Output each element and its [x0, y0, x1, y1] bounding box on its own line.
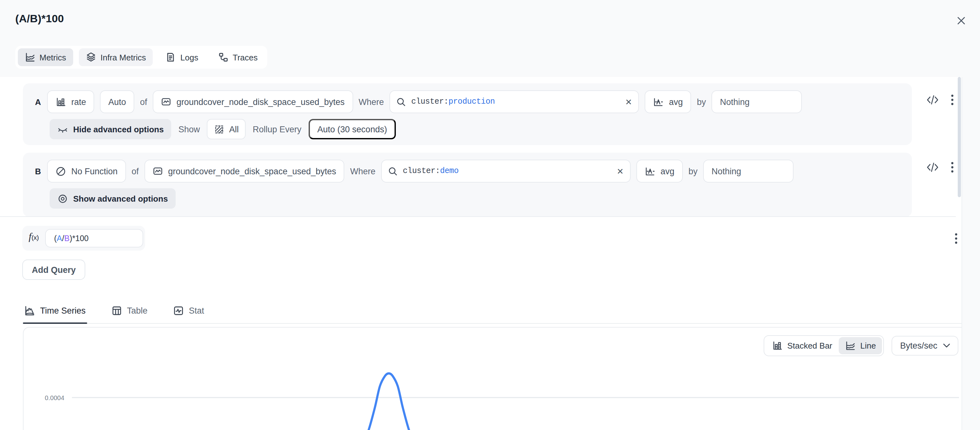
formula-slash: /	[62, 234, 64, 243]
tab-time-series[interactable]: Time Series	[23, 297, 87, 323]
kebab-menu-button[interactable]	[951, 94, 954, 106]
avg-aggregation-icon	[644, 166, 655, 176]
y-axis-tick-label: 0.0004	[45, 394, 64, 401]
unit-select[interactable]: Bytes/sec	[892, 336, 958, 355]
show-filter-value: All	[229, 124, 239, 134]
search-icon	[397, 97, 406, 106]
tab-label: Time Series	[40, 306, 86, 315]
source-tabs: Metrics Infra Metrics Logs Traces	[15, 46, 267, 69]
filter-expression: cluster:demo	[403, 167, 458, 176]
rollup-select[interactable]: Auto (30 seconds)	[308, 119, 396, 139]
stat-pulse-icon	[173, 305, 184, 316]
hatched-square-icon	[214, 124, 224, 135]
query-b-main-row: B No Function of groundcover_node_disk_s…	[23, 153, 912, 182]
clear-filter-button[interactable]: ✕	[625, 97, 632, 106]
query-a-advanced-row: Hide advanced options Show All Rollup Ev…	[23, 113, 912, 139]
filter-key: cluster:	[403, 167, 440, 176]
metric-select[interactable]: groundcover_node_disk_space_used_bytes	[153, 90, 353, 113]
tab-label: Stat	[189, 306, 204, 315]
mode-label: Stacked Bar	[787, 341, 832, 351]
tab-table[interactable]: Table	[110, 297, 149, 323]
group-by-input[interactable]: Nothing	[712, 90, 802, 113]
trace-flow-icon	[218, 52, 228, 62]
kebab-menu-button[interactable]	[951, 162, 954, 173]
query-a-actions	[926, 94, 954, 106]
filter-search-input[interactable]: cluster:demo ✕	[381, 160, 631, 182]
toggle-label: Hide advanced options	[73, 124, 164, 134]
metric-query-modal: (A/B)*100 Metrics Infra Metrics	[0, 0, 980, 430]
tab-logs[interactable]: Logs	[159, 48, 205, 66]
formula-input[interactable]: (A/B)*100	[45, 229, 143, 248]
group-by-input[interactable]: Nothing	[703, 160, 794, 182]
section-divider	[0, 216, 956, 217]
table-icon	[111, 305, 122, 316]
bar-chart-icon	[56, 96, 66, 107]
code-view-button[interactable]	[926, 162, 939, 173]
code-icon	[926, 94, 939, 106]
tab-label: Traces	[232, 52, 258, 62]
tab-traces[interactable]: Traces	[211, 48, 265, 66]
add-query-button[interactable]: Add Query	[22, 260, 85, 280]
query-letter: B	[35, 167, 41, 176]
time-series-chart-panel: 0.0004 Stacked Bar Line Byte	[23, 327, 967, 430]
query-a-main-row: A rate Auto of groundcover_node_disk_spa…	[23, 83, 912, 113]
tab-label: Metrics	[40, 52, 66, 62]
tab-label: Table	[127, 306, 148, 315]
tab-label: Infra Metrics	[100, 52, 146, 62]
close-button[interactable]	[953, 12, 969, 29]
filter-key: cluster:	[411, 97, 449, 106]
tab-stat[interactable]: Stat	[172, 297, 205, 323]
function-value: rate	[71, 97, 86, 106]
by-label: by	[697, 97, 706, 106]
close-icon	[957, 16, 965, 24]
unit-value: Bytes/sec	[900, 341, 937, 351]
kebab-icon	[951, 162, 954, 173]
show-label: Show	[178, 124, 200, 134]
query-b-actions	[926, 162, 954, 173]
show-filter-select[interactable]: All	[207, 119, 246, 139]
window-select[interactable]: Auto	[100, 90, 135, 113]
window-value: Auto	[108, 97, 126, 106]
filter-search-input[interactable]: cluster:production ✕	[390, 90, 639, 113]
avg-aggregation-icon	[653, 96, 664, 107]
line-chart-icon	[845, 340, 856, 351]
formula-kebab-menu-button[interactable]	[955, 233, 958, 244]
eye-closed-icon	[57, 124, 68, 135]
hide-advanced-options-button[interactable]: Hide advanced options	[49, 119, 172, 139]
where-label: Where	[359, 97, 384, 106]
query-card-b: B No Function of groundcover_node_disk_s…	[23, 153, 912, 217]
aggregation-select[interactable]: avg	[636, 160, 683, 182]
formula-tail: )*100	[70, 234, 89, 243]
tab-metrics[interactable]: Metrics	[18, 48, 73, 66]
tab-label: Logs	[180, 52, 198, 62]
aggregation-value: avg	[669, 97, 683, 106]
metric-sparkline-icon	[153, 166, 163, 176]
metric-sparkline-icon	[161, 97, 172, 107]
metric-select[interactable]: groundcover_node_disk_space_used_bytes	[145, 160, 344, 182]
line-mode-button[interactable]: Line	[839, 337, 882, 354]
filter-value: demo	[440, 167, 458, 176]
formula-paren-open: (	[54, 234, 57, 243]
function-select[interactable]: No Function	[47, 160, 126, 182]
stacked-bar-mode-button[interactable]: Stacked Bar	[765, 337, 839, 354]
scrollbar-thumb[interactable]	[958, 77, 961, 197]
tab-infra-metrics[interactable]: Infra Metrics	[79, 48, 153, 66]
code-icon	[926, 162, 939, 173]
mode-label: Line	[861, 341, 876, 351]
query-letter: A	[35, 97, 41, 106]
metric-name: groundcover_node_disk_space_used_bytes	[177, 97, 345, 106]
code-view-button[interactable]	[926, 94, 939, 106]
formula-var-a: A	[57, 234, 62, 243]
aggregation-select[interactable]: avg	[645, 90, 691, 113]
page-title: (A/B)*100	[15, 13, 64, 25]
search-icon	[388, 167, 398, 176]
filter-value: production	[448, 97, 495, 106]
rollup-label: Rollup Every	[253, 124, 301, 134]
show-advanced-options-button[interactable]: Show advanced options	[49, 188, 176, 209]
clear-filter-button[interactable]: ✕	[617, 167, 624, 176]
metric-name: groundcover_node_disk_space_used_bytes	[168, 167, 336, 176]
formula-var-b: B	[64, 234, 70, 243]
no-function-icon	[56, 166, 66, 176]
function-select[interactable]: rate	[47, 90, 94, 113]
chart-controls: Stacked Bar Line Bytes/sec	[764, 335, 958, 356]
